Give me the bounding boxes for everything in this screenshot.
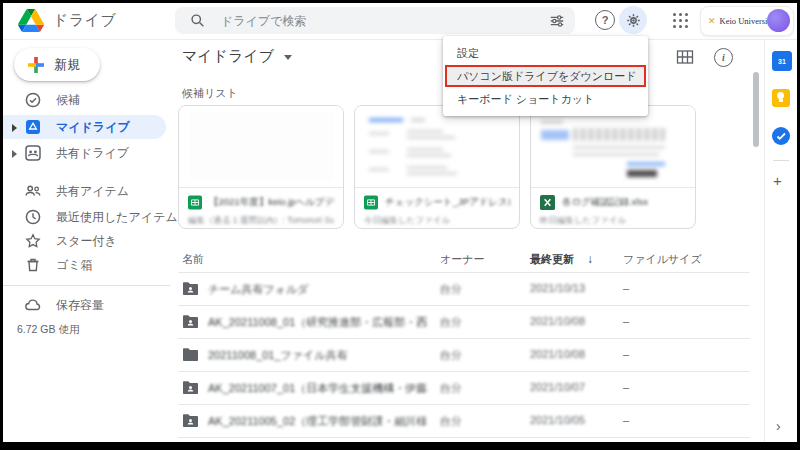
header-owner[interactable]: オーナー [440,252,485,267]
top-bar: ドライブ ? [3,3,797,40]
file-list-header: 名前 オーナー 最終更新 ↓ ファイルサイズ [178,246,750,272]
sidebar-item-label: 共有アイテム [56,183,129,200]
card-subtitle: 昨日編集したファイル [540,215,686,227]
table-row[interactable]: AK_20211005_02（理工学部管財課・細川様） 自分 2021/10/0… [178,404,750,437]
file-modified: 2021/10/08 [530,315,585,327]
drive-logo-icon[interactable] [18,9,44,32]
app-title: ドライブ [53,11,116,30]
settings-gear-button[interactable] [619,6,647,34]
file-owner: 自分 [440,381,462,396]
sidebar-item-recent[interactable]: 最近使用したアイテム [3,205,166,229]
sidebar-item-label: 共有ドライブ [56,145,129,162]
sidebar-item-starred[interactable]: スター付き [3,229,166,253]
sidebar-item-priority[interactable]: 候補 [3,88,166,112]
sidebar-item-storage[interactable]: 保存容量 [3,293,166,317]
chevron-down-icon [284,55,292,60]
sidebar-item-label: 最近使用したアイテム [56,209,178,226]
workspace-side-panel: 31 + › [764,40,797,442]
search-bar[interactable] [175,7,575,34]
sidebar-item-trash[interactable]: ゴミ箱 [3,253,166,277]
sidebar-item-label: マイドライブ [56,119,130,136]
search-input[interactable] [219,9,503,33]
gear-icon [625,12,642,29]
file-owner: 自分 [440,315,462,330]
header-size[interactable]: ファイルサイズ [623,252,702,267]
file-size: – [623,414,629,426]
star-icon [24,232,42,250]
new-button[interactable]: 新規 [14,48,100,81]
folder-icon [182,347,199,362]
vertical-scrollbar[interactable] [753,72,759,147]
sidebar-item-shared-drives[interactable]: 共有ドライブ [3,141,166,165]
table-row[interactable]: AK_20211007_01（日本学生支援機構・伊藤様） 自分 2021/10/… [178,371,750,404]
help-icon[interactable]: ? [595,10,615,30]
file-size: – [623,282,629,294]
file-list: 名前 オーナー 最終更新 ↓ ファイルサイズ チーム共有フォルダ 自分 2021… [178,246,750,442]
excel-file-icon [540,195,555,210]
table-row[interactable]: 20211008_01_ファイル共有 自分 2021/10/08 – [178,338,750,371]
my-drive-icon [24,118,42,136]
side-panel-collapse-chevron[interactable]: › [776,418,781,434]
file-size: – [623,315,629,327]
storage-label: 保存容量 [56,297,104,314]
file-name: AK_20211007_01（日本学生支援機構・伊藤様） [208,381,428,396]
suggestion-card[interactable]: 【2021年度】keio.jpヘルプデスク… 編集（過去 1 週間以内）: To… [178,105,344,229]
calendar-day-label: 31 [778,58,786,65]
file-name: チーム共有フォルダ [208,282,309,297]
shared-drives-icon [24,144,42,162]
file-thumbnail [531,106,695,188]
search-icon [190,13,205,28]
keio-university-logo-icon: ✕ [708,16,716,26]
priority-icon [24,91,42,109]
sidebar-item-label: スター付き [56,233,117,250]
account-org-label: Keio University [720,16,775,26]
shared-with-me-icon [24,182,42,200]
search-options-tune-icon[interactable] [549,13,565,29]
file-thumbnail [355,106,519,188]
expand-caret-icon[interactable] [12,150,17,158]
suggestion-card[interactable]: 各ログ確認記録.xlsx 昨日編集したファイル [530,105,696,229]
shared-folder-icon [182,314,199,329]
file-name: 20211008_01_ファイル共有 [208,348,348,363]
new-button-label: 新規 [54,56,80,74]
screenshot-frame: ドライブ ? [0,0,800,450]
suggestion-card[interactable]: チェックシート_JPアドレスレビ… 今日編集したファイル [354,105,520,229]
file-size: – [623,381,629,393]
card-title: 【2021年度】keio.jpヘルプデスク… [209,196,334,209]
google-drive-app: ドライブ ? [3,3,797,442]
sort-descending-icon[interactable]: ↓ [587,252,593,266]
menu-item-keyboard-shortcuts[interactable]: キーボード ショートカット [443,88,648,110]
tasks-icon[interactable] [772,127,790,145]
card-title: チェックシート_JPアドレスレビ… [385,196,510,209]
user-avatar[interactable] [767,9,790,32]
google-apps-grid-icon[interactable] [671,11,689,29]
file-thumbnail [179,106,343,188]
card-subtitle: 今日編集したファイル [364,215,510,227]
get-add-ons-button[interactable]: + [773,172,782,189]
keep-icon[interactable] [772,89,790,107]
grid-view-toggle-icon[interactable] [676,49,694,65]
sidebar-item-my-drive[interactable]: マイドライブ [3,115,166,139]
file-name: AK_20211008_01（研究推進部・広報部・西様） [208,315,428,330]
sidebar-item-label: ゴミ箱 [56,257,93,274]
info-icon[interactable]: i [714,48,733,67]
file-owner: 自分 [440,282,462,297]
storage-used-label: 6.72 GB 使用 [17,323,79,337]
sidebar-item-shared-with-me[interactable]: 共有アイテム [3,179,166,203]
table-row[interactable]: チーム共有フォルダ 自分 2021/10/13 – [178,272,750,305]
calendar-icon[interactable]: 31 [772,51,792,71]
menu-item-download-drive-for-desktop[interactable]: パソコン版ドライブをダウンロード [445,65,646,87]
help-glyph: ? [602,14,609,26]
table-row[interactable]: AK_20211008_01（研究推進部・広報部・西様） 自分 2021/10/… [178,305,750,338]
expand-caret-icon[interactable] [12,124,17,132]
shared-folder-icon [182,380,199,395]
settings-dropdown-menu: 設定 パソコン版ドライブをダウンロード キーボード ショートカット [443,36,648,116]
my-drive-breadcrumb[interactable]: マイドライブ [182,47,292,66]
header-name[interactable]: 名前 [182,252,204,267]
file-modified: 2021/10/07 [530,381,585,393]
shared-folder-icon [182,413,199,428]
header-modified[interactable]: 最終更新 [530,252,574,267]
table-row[interactable]: AK_20211005_01（学生部広報課・八木様） 自分 2021/10/05… [178,437,750,442]
account-badge[interactable]: ✕ Keio University [700,6,794,36]
menu-item-settings[interactable]: 設定 [443,42,648,64]
